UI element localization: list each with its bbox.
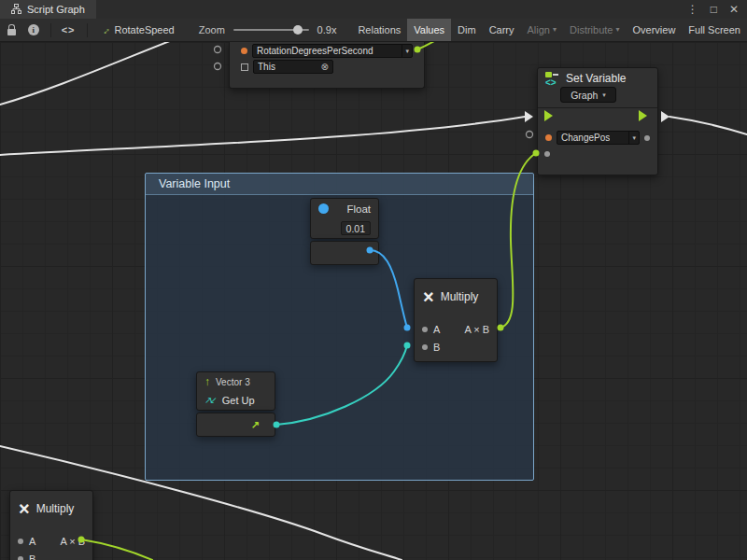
group-header[interactable]: Variable Input: [146, 174, 533, 195]
multiply-node-bottom[interactable]: × Multiply A A × B B: [9, 490, 93, 560]
flow-ports-row[interactable]: [538, 108, 657, 129]
caret-down-icon: ▾: [553, 26, 557, 34]
input-a-label: A: [433, 324, 440, 335]
scope-label: Graph: [571, 90, 598, 101]
zoom-slider-handle[interactable]: [293, 25, 303, 35]
zoom-slider[interactable]: [233, 29, 309, 31]
object-port-dot[interactable]: [241, 48, 247, 54]
get-up-title-row: ↗↙ Get Up: [197, 391, 275, 410]
group-title: Variable Input: [159, 177, 230, 190]
wire-flow-into-set-variable[interactable]: [0, 117, 525, 155]
distribute-button[interactable]: Distribute ▾: [563, 19, 626, 41]
carry-button[interactable]: Carry: [483, 19, 521, 41]
object-port-dot[interactable]: [545, 134, 552, 141]
edit-source-icon[interactable]: <>: [62, 24, 76, 35]
set-variable-header[interactable]: <> Set Variable: [538, 68, 657, 86]
variable-target-row: This ⊗: [230, 59, 424, 75]
input-b-label: B: [433, 342, 440, 353]
set-variable-node[interactable]: <> Set Variable Graph ▾ ChangePos ▾: [537, 67, 658, 175]
float-value: 0.01: [346, 223, 365, 234]
input-b-port-dot[interactable]: [422, 344, 428, 350]
menu-icon[interactable]: ⋮: [687, 4, 698, 15]
vector3-type-label: Vector 3: [216, 377, 250, 387]
align-button[interactable]: Align ▾: [521, 19, 563, 41]
fullscreen-button[interactable]: Full Screen: [682, 19, 747, 41]
flow-arrow-in[interactable]: [525, 111, 533, 122]
script-graph-tab[interactable]: Script Graph: [0, 0, 96, 19]
target-object-field[interactable]: This ⊗: [253, 60, 333, 74]
float-output-strip[interactable]: [310, 241, 379, 265]
get-up-title: Get Up: [222, 395, 255, 406]
window-titlebar: Script Graph ⋮ □ ✕: [0, 0, 747, 20]
graph-asset[interactable]: ↔ RotateSpeed: [100, 24, 175, 35]
dim-button[interactable]: Dim: [451, 19, 483, 41]
align-label: Align: [528, 24, 550, 35]
variable-name-dropdown[interactable]: RotationDegreesPerSecond ▾: [252, 44, 413, 58]
variable-scope-dropdown[interactable]: Graph ▾: [560, 87, 616, 103]
input-b-label: B: [29, 553, 35, 560]
input-a-port-dot[interactable]: [422, 327, 428, 332]
multiply-ports: A A × B B: [415, 315, 497, 356]
toolbar-separator: [87, 23, 88, 37]
overview-button[interactable]: Overview: [627, 19, 683, 41]
multiply-node[interactable]: × Multiply A A × B B: [414, 278, 498, 362]
info-icon[interactable]: i: [28, 24, 39, 35]
lock-icon[interactable]: [7, 29, 16, 35]
input-b-port-dot[interactable]: [18, 556, 23, 560]
port-row-a: A A × B: [415, 320, 497, 338]
float-type-icon: [318, 203, 329, 214]
unconnected-port[interactable]: [215, 63, 221, 70]
get-variable-node[interactable]: RotationDegreesPerSecond ▾ This ⊗: [229, 42, 425, 89]
port-row-b: B: [10, 550, 92, 560]
zoom-value: 0.9x: [317, 24, 337, 35]
multiply-icon: ×: [19, 499, 30, 518]
set-variable-title: Set Variable: [566, 72, 626, 85]
multiply-title: Multiply: [441, 290, 479, 303]
variable-name-row: ChangePos ▾: [538, 129, 657, 147]
caret-down-icon: ▾: [615, 26, 619, 34]
port-row-b: B: [415, 338, 497, 356]
multiply-header[interactable]: × Multiply: [10, 491, 92, 526]
unconnected-port[interactable]: [527, 132, 533, 138]
get-up-icon: ↗↙: [204, 396, 215, 405]
float-literal-node[interactable]: Float 0.01: [310, 198, 379, 239]
float-value-row: 0.01: [311, 218, 378, 238]
flow-arrow-out[interactable]: [661, 111, 669, 122]
get-up-node[interactable]: ↑ Vector 3 ↗↙ Get Up: [196, 371, 275, 411]
window-controls: ⋮ □ ✕: [687, 4, 747, 15]
target-label: This: [258, 62, 275, 72]
distribute-label: Distribute: [570, 24, 613, 35]
tab-title: Script Graph: [27, 4, 85, 15]
vector3-up-icon: ↑: [204, 376, 210, 387]
float-value-field[interactable]: 0.01: [341, 221, 371, 235]
multiply-header[interactable]: × Multiply: [415, 279, 497, 315]
script-graph-asset-icon: ↔: [97, 22, 112, 37]
output-label: A × B: [464, 324, 489, 335]
wire-flow-topleft[interactable]: [0, 42, 179, 105]
variable-name-row: RotationDegreesPerSecond ▾: [230, 43, 424, 59]
input-a-port-dot[interactable]: [18, 539, 23, 544]
object-picker-icon[interactable]: ⊗: [321, 63, 329, 72]
multiply-icon: ×: [423, 287, 434, 306]
value-port-dot[interactable]: [544, 151, 550, 157]
vector3-output-icon: ↗: [251, 419, 260, 431]
graph-canvas[interactable]: Variable Input RotationDegreesPerSecond …: [0, 42, 747, 560]
input-a-label: A: [29, 536, 35, 547]
output-label: A × B: [60, 536, 85, 547]
values-button[interactable]: Values: [407, 19, 451, 41]
gameobject-cube-icon: [241, 63, 248, 71]
set-variable-name-dropdown[interactable]: ChangePos ▾: [557, 131, 640, 145]
toolbar-separator: [50, 23, 51, 37]
output-port-dot[interactable]: [644, 135, 650, 141]
wire-flow-out-of-set-variable[interactable]: [669, 117, 747, 134]
maximize-icon[interactable]: □: [711, 4, 717, 15]
get-up-output-strip[interactable]: ↗: [196, 413, 275, 437]
zoom-label: Zoom: [199, 24, 225, 35]
caret-down-icon: ▾: [402, 45, 412, 57]
variable-name: RotationDegreesPerSecond: [257, 46, 374, 56]
multiply-ports: A A × B B: [10, 526, 92, 560]
unconnected-port[interactable]: [215, 47, 221, 53]
caret-down-icon: ▾: [602, 91, 606, 99]
relations-button[interactable]: Relations: [351, 19, 407, 41]
close-icon[interactable]: ✕: [729, 4, 739, 15]
